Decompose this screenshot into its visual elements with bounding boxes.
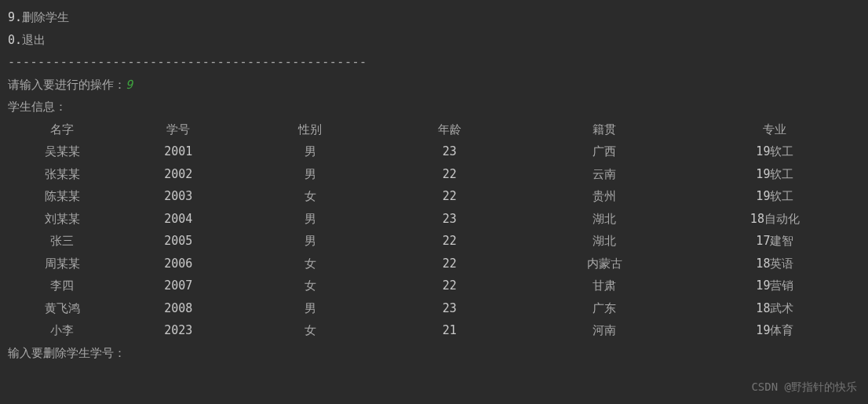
menu-num-9: 9. (8, 10, 22, 24)
cell-name: 小李 (8, 319, 116, 342)
table-row: 李四2007女22甘肃19营销 (8, 275, 860, 297)
cell-name: 周某某 (8, 253, 116, 275)
table-row: 张某某2002男22云南19软工 (8, 163, 860, 186)
col-header-age: 年龄 (380, 118, 520, 141)
cell-age: 22 (380, 230, 520, 253)
cell-gender: 女 (240, 275, 380, 297)
cell-id: 2004 (116, 208, 240, 231)
cell-age: 22 (380, 185, 520, 208)
menu-num-0: 0. (8, 33, 22, 47)
cell-major: 19软工 (690, 163, 860, 186)
cell-origin: 内蒙古 (520, 253, 690, 275)
cell-major: 19软工 (690, 185, 860, 208)
table-row: 黄飞鸿2008男23广东18武术 (8, 297, 860, 320)
cell-name: 张三 (8, 230, 116, 253)
cell-age: 22 (380, 275, 520, 297)
watermark: CSDN @野指针的快乐 (751, 377, 857, 398)
delete-prompt-line: 输入要删除学生学号： (8, 342, 860, 365)
cell-origin: 湖北 (520, 208, 690, 231)
cell-gender: 男 (240, 230, 380, 253)
operation-prompt-line: 请输入要进行的操作：9 (8, 74, 860, 96)
col-header-origin: 籍贯 (520, 118, 690, 141)
col-header-major: 专业 (690, 118, 860, 141)
cell-name: 李四 (8, 275, 116, 297)
student-info-header: 学生信息： (8, 96, 860, 118)
cell-gender: 男 (240, 297, 380, 320)
operation-prompt-label: 请输入要进行的操作： (8, 74, 126, 96)
menu-item-delete: 9.删除学生 (8, 6, 860, 29)
table-row: 张三2005男22湖北17建智 (8, 230, 860, 253)
cell-origin: 广东 (520, 297, 690, 320)
cell-major: 18武术 (690, 297, 860, 320)
delete-prompt-label: 输入要删除学生学号： (8, 342, 126, 365)
cell-origin: 甘肃 (520, 275, 690, 297)
cell-id: 2001 (116, 140, 240, 163)
table-row: 陈某某2003女22贵州19软工 (8, 185, 860, 208)
cell-id: 2007 (116, 275, 240, 297)
cell-age: 21 (380, 319, 520, 342)
table-row: 吴某某2001男23广西19软工 (8, 140, 860, 163)
cell-id: 2003 (116, 185, 240, 208)
cell-age: 23 (380, 140, 520, 163)
cell-id: 2005 (116, 230, 240, 253)
cell-gender: 男 (240, 140, 380, 163)
cell-major: 17建智 (690, 230, 860, 253)
cell-origin: 云南 (520, 163, 690, 186)
cell-age: 23 (380, 297, 520, 320)
cell-origin: 广西 (520, 140, 690, 163)
cell-age: 22 (380, 163, 520, 186)
cell-name: 黄飞鸿 (8, 297, 116, 320)
cell-gender: 男 (240, 163, 380, 186)
cell-major: 19体育 (690, 319, 860, 342)
operation-input-value[interactable]: 9 (126, 74, 133, 96)
col-header-id: 学号 (116, 118, 240, 141)
cell-gender: 女 (240, 319, 380, 342)
cell-gender: 男 (240, 208, 380, 231)
cell-id: 2023 (116, 319, 240, 342)
cell-id: 2008 (116, 297, 240, 320)
cell-origin: 河南 (520, 319, 690, 342)
menu-label-exit: 退出 (22, 33, 46, 47)
cell-major: 19营销 (690, 275, 860, 297)
table-row: 刘某某2004男23湖北18自动化 (8, 208, 860, 231)
menu-item-exit: 0.退出 (8, 29, 860, 52)
cell-major: 19软工 (690, 140, 860, 163)
cell-gender: 女 (240, 253, 380, 275)
table-header-row: 名字 学号 性别 年龄 籍贯 专业 (8, 118, 860, 141)
cell-gender: 女 (240, 185, 380, 208)
cell-id: 2006 (116, 253, 240, 275)
cell-name: 陈某某 (8, 185, 116, 208)
cell-origin: 湖北 (520, 230, 690, 253)
col-header-name: 名字 (8, 118, 116, 141)
menu-label-delete: 删除学生 (22, 10, 69, 24)
cell-id: 2002 (116, 163, 240, 186)
cell-name: 张某某 (8, 163, 116, 186)
cell-origin: 贵州 (520, 185, 690, 208)
col-header-gender: 性别 (240, 118, 380, 141)
cell-major: 18英语 (690, 253, 860, 275)
cell-age: 23 (380, 208, 520, 231)
cell-name: 吴某某 (8, 140, 116, 163)
cell-age: 22 (380, 253, 520, 275)
table-row: 周某某2006女22内蒙古18英语 (8, 253, 860, 275)
cell-name: 刘某某 (8, 208, 116, 231)
divider-line: ----------------------------------------… (8, 51, 860, 74)
table-row: 小李2023女21河南19体育 (8, 319, 860, 342)
cell-major: 18自动化 (690, 208, 860, 231)
